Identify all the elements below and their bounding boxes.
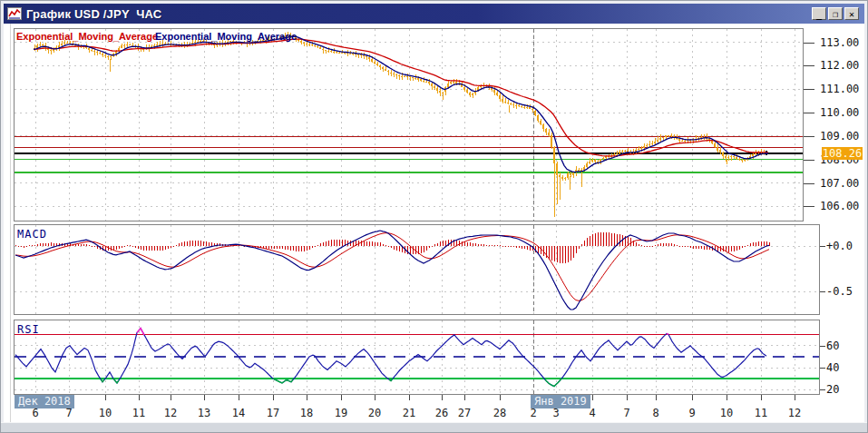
month-badge-jan: Янв 2019 xyxy=(531,395,590,408)
day-label: 10 xyxy=(715,407,738,419)
window-buttons: _ ❐ ✕ xyxy=(812,7,859,20)
time-tick xyxy=(239,395,239,400)
day-label: 17 xyxy=(261,407,285,419)
chart-app-icon-image xyxy=(7,7,22,20)
macd-tick xyxy=(820,291,825,292)
rsi-overbought-segment xyxy=(667,333,668,334)
price-tick-label: 109.00 xyxy=(820,130,859,143)
time-tick xyxy=(341,395,342,400)
macd-tick-label: +0.0 xyxy=(826,240,853,252)
day-label: 3 xyxy=(544,407,568,419)
day-label: 7 xyxy=(57,407,81,419)
rsi-tick-label: 20 xyxy=(826,383,839,396)
day-label: 9 xyxy=(680,407,704,419)
price-tick xyxy=(804,89,814,90)
time-tick xyxy=(627,395,628,400)
time-tick xyxy=(727,395,727,400)
time-tick xyxy=(464,395,465,400)
rsi-oversold-segment xyxy=(273,379,293,383)
macd-tick xyxy=(820,246,825,247)
main-gridlines xyxy=(15,29,803,221)
maximize-button[interactable]: ❐ xyxy=(828,7,843,20)
day-label: 18 xyxy=(295,407,318,419)
day-label: 28 xyxy=(488,407,512,419)
day-label: 20 xyxy=(363,407,386,419)
day-label: 11 xyxy=(127,407,151,419)
price-tick xyxy=(804,183,814,184)
rsi-oversold-segment xyxy=(113,379,119,383)
day-label: 27 xyxy=(453,407,476,419)
rsi-panel[interactable] xyxy=(14,320,820,395)
time-tick xyxy=(204,395,205,400)
rsi-label: RSI xyxy=(17,323,40,336)
day-label: 2 xyxy=(522,407,545,419)
price-tick xyxy=(804,65,814,66)
time-tick xyxy=(375,395,375,400)
time-tick xyxy=(656,395,657,400)
price-tick-label: 112.00 xyxy=(820,59,859,72)
day-label: 7 xyxy=(615,407,639,419)
macd-tick-label: -0.5 xyxy=(826,285,853,298)
time-tick xyxy=(761,395,762,400)
day-label: 12 xyxy=(783,407,806,419)
candlestick-series xyxy=(34,32,767,217)
day-label: 6 xyxy=(24,407,47,419)
macd-panel[interactable] xyxy=(14,224,820,315)
price-tick-label: 110.00 xyxy=(820,106,859,119)
window-bottom-frame xyxy=(1,422,868,432)
price-tick-label: 106.00 xyxy=(820,200,859,212)
day-label: 12 xyxy=(159,407,182,419)
current-price-tag: 108.26 xyxy=(822,147,863,160)
price-tick-label: 107.00 xyxy=(820,177,859,190)
time-tick xyxy=(171,395,171,400)
ema-fast-line xyxy=(34,36,768,172)
price-tick xyxy=(804,160,814,161)
app-window: График USD /JPY ЧАС _ ❐ ✕ Exponential_Mo… xyxy=(0,0,868,433)
day-label: 13 xyxy=(192,407,216,419)
ema-label-red: Exponential_Moving_Average xyxy=(16,31,158,42)
time-tick xyxy=(139,395,140,400)
rsi-oversold-segment xyxy=(545,379,561,387)
time-tick xyxy=(105,395,106,400)
ema-label-blue: Exponential_Moving_Average xyxy=(155,31,297,42)
rsi-oversold-segment xyxy=(101,379,104,382)
rsi-tick xyxy=(820,389,825,390)
month-badge-dec: Дек 2018 xyxy=(15,395,74,408)
price-tick-label: 113.00 xyxy=(820,36,859,49)
day-label: 14 xyxy=(227,407,250,419)
day-label: 21 xyxy=(397,407,421,419)
day-label: 19 xyxy=(329,407,353,419)
close-button[interactable]: ✕ xyxy=(844,7,859,20)
window-title: График USD /JPY ЧАС xyxy=(26,7,812,21)
macd-label: MACD xyxy=(17,228,47,241)
day-label: 26 xyxy=(430,407,454,419)
time-tick xyxy=(500,395,501,400)
day-label: 11 xyxy=(749,407,773,419)
rsi-tick xyxy=(820,368,825,369)
price-tick xyxy=(804,113,814,113)
rsi-overbought-segment xyxy=(137,329,144,335)
rsi-tick-label: 60 xyxy=(826,340,839,352)
day-label: 8 xyxy=(644,407,668,419)
main-chart-panel[interactable] xyxy=(14,28,804,221)
rsi-tick-label: 40 xyxy=(826,361,839,374)
minimize-button[interactable]: _ xyxy=(812,7,826,20)
time-tick xyxy=(307,395,307,400)
time-tick xyxy=(795,395,795,400)
chart-app-icon xyxy=(7,7,22,20)
left-frame-groove xyxy=(10,24,11,425)
title-bar[interactable]: График USD /JPY ЧАС _ ❐ ✕ xyxy=(4,4,864,24)
price-tick xyxy=(804,43,814,44)
time-tick xyxy=(409,395,410,400)
time-tick xyxy=(442,395,443,400)
price-tick xyxy=(804,136,814,137)
price-tick xyxy=(804,206,814,207)
rsi-tick xyxy=(820,346,825,347)
price-tick-label: 111.00 xyxy=(820,83,859,95)
day-label: 4 xyxy=(580,407,604,419)
time-tick xyxy=(273,395,274,400)
time-tick xyxy=(592,395,593,400)
time-tick xyxy=(692,395,693,400)
day-label: 10 xyxy=(93,407,117,419)
